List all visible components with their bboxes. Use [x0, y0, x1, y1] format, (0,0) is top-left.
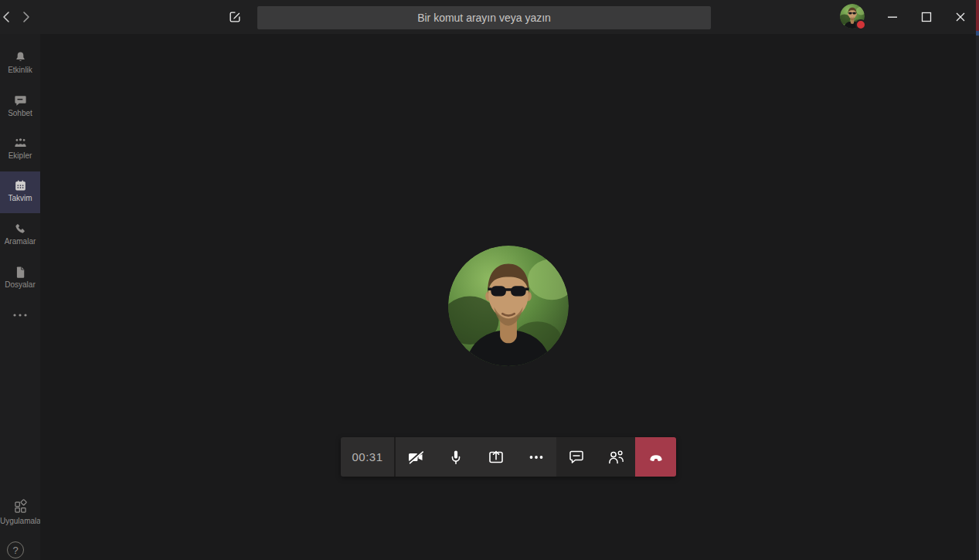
- sidebar-item-activity[interactable]: Etkinlik: [0, 43, 40, 85]
- sidebar-item-files[interactable]: Dosyalar: [0, 258, 40, 300]
- sidebar-item-label: Takvim: [0, 194, 40, 202]
- camera-off-icon: [406, 448, 425, 467]
- share-screen-icon: [487, 448, 505, 467]
- hang-up-button[interactable]: [635, 437, 676, 477]
- more-options-icon: [527, 448, 546, 467]
- back-button[interactable]: [0, 9, 13, 25]
- sidebar-item-calendar[interactable]: Takvim: [0, 171, 40, 213]
- sidebar-more-button[interactable]: [0, 306, 40, 324]
- bell-icon: [13, 50, 28, 65]
- sidebar-item-teams[interactable]: Ekipler: [0, 129, 40, 171]
- sidebar-item-label: Dosyalar: [0, 280, 40, 289]
- participant-avatar: [448, 246, 569, 366]
- teams-people-icon: [13, 136, 28, 151]
- chevron-right-icon: [22, 11, 31, 23]
- sidebar-item-label: Aramalar: [0, 237, 40, 246]
- chat-panel-button[interactable]: [556, 437, 596, 477]
- background-window-edge-blue: [976, 31, 979, 36]
- sidebar-item-label: Uygulamalar: [0, 517, 40, 525]
- new-chat-button[interactable]: [226, 8, 244, 26]
- profile-button[interactable]: [840, 4, 865, 29]
- share-screen-button[interactable]: [476, 437, 516, 477]
- minimize-button[interactable]: [881, 6, 904, 28]
- help-button[interactable]: ?: [7, 541, 24, 558]
- sidebar-item-calls[interactable]: Aramalar: [0, 215, 40, 256]
- more-options-button[interactable]: [516, 437, 556, 477]
- hang-up-icon: [647, 448, 665, 467]
- background-window-edge-red: [976, 0, 979, 31]
- sidebar-item-chat[interactable]: Sohbet: [0, 87, 40, 128]
- maximize-icon: [921, 12, 932, 22]
- background-window-edge: [976, 0, 979, 560]
- chat-bubble-icon: [13, 93, 28, 108]
- camera-toggle-button[interactable]: [396, 437, 436, 477]
- sidebar-item-label: Etkinlik: [0, 66, 40, 74]
- help-circle-icon: ?: [12, 545, 18, 556]
- sidebar-item-label: Sohbet: [0, 109, 40, 117]
- microphone-toggle-button[interactable]: [436, 437, 476, 477]
- maximize-button[interactable]: [915, 6, 938, 28]
- document-icon: [13, 265, 28, 280]
- close-icon: [955, 12, 966, 22]
- chevron-left-icon: [2, 11, 11, 23]
- calendar-icon: [13, 178, 28, 193]
- participants-icon: [607, 448, 625, 467]
- close-button[interactable]: [949, 6, 972, 28]
- sidebar-item-label: Ekipler: [0, 151, 40, 160]
- teams-app-window: Etkinlik Sohbet Ekipler Takvim Aramalar: [0, 0, 979, 560]
- ellipsis-icon: [12, 312, 28, 318]
- forward-button[interactable]: [19, 9, 33, 25]
- call-control-bar: 00:31: [341, 437, 676, 477]
- search-input[interactable]: [257, 6, 711, 29]
- participants-button[interactable]: [596, 437, 635, 477]
- minimize-icon: [887, 12, 898, 22]
- call-timer: 00:31: [341, 437, 396, 477]
- phone-icon: [13, 222, 28, 236]
- presence-busy-dot: [855, 19, 866, 30]
- microphone-icon: [447, 448, 465, 467]
- sidebar-item-apps[interactable]: Uygulamalar: [0, 497, 40, 533]
- new-chat-icon: [227, 9, 243, 25]
- app-rail-sidebar: Etkinlik Sohbet Ekipler Takvim Aramalar: [0, 34, 40, 560]
- title-bar: [0, 0, 979, 34]
- chat-icon: [567, 448, 586, 467]
- apps-icon: [12, 499, 29, 515]
